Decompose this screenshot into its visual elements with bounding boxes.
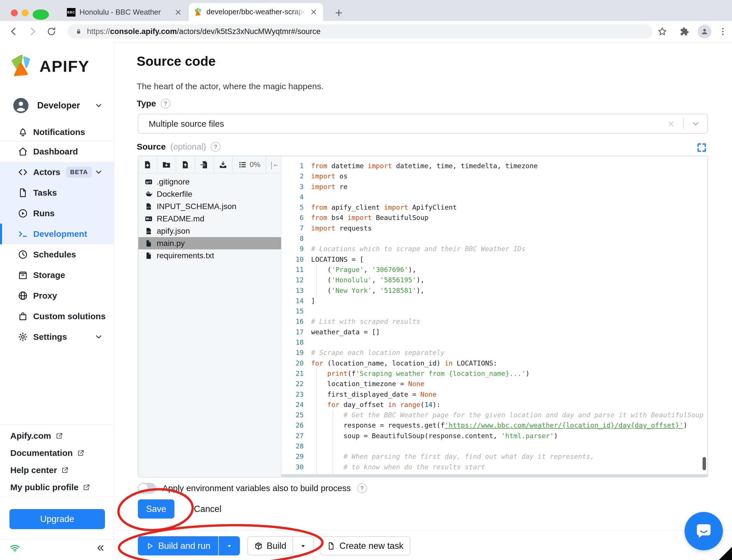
build-button[interactable]: Build xyxy=(247,536,293,555)
code-line-17: 17weather_data = [] xyxy=(281,327,707,337)
avatar xyxy=(13,97,29,114)
sidebar-link-documentation[interactable]: Documentation xyxy=(0,444,114,462)
env-variables-toggle[interactable] xyxy=(138,483,156,494)
sidebar-item-custom-solutions[interactable]: Custom solutions xyxy=(0,306,114,327)
sidebar-item-actors[interactable]: ActorsBETA xyxy=(0,162,114,182)
sidebar-item-settings[interactable]: Settings xyxy=(0,327,114,347)
svg-text:</>: </> xyxy=(147,206,151,208)
save-button[interactable]: Save xyxy=(138,499,175,519)
page-title: Source code xyxy=(137,53,216,69)
type-select[interactable]: Multiple source files xyxy=(138,114,708,134)
codefile-file-icon: </> xyxy=(145,202,153,211)
file-item-input-schema-json[interactable]: </>INPUT_SCHEMA.json xyxy=(138,200,281,213)
toolbar-import-file-button[interactable] xyxy=(195,156,214,173)
file-item-requirements-txt[interactable]: requirements.txt xyxy=(138,249,281,262)
file-file-icon xyxy=(145,252,153,260)
chevron-down-icon xyxy=(94,101,103,110)
upgrade-button[interactable]: Upgrade xyxy=(9,509,105,529)
codefile-file-icon: </> xyxy=(145,227,153,235)
horizontal-scrollbar[interactable] xyxy=(281,474,707,477)
sidebar-links: Apify.comDocumentationHelp centerMy publ… xyxy=(0,425,114,496)
file-item-apify-json[interactable]: </>apify.json xyxy=(138,225,281,237)
code-line-10: 10LOCATIONS = [ xyxy=(281,254,707,265)
sidebar-footer xyxy=(0,539,114,560)
file-file-icon xyxy=(145,239,153,247)
browser-profile-avatar[interactable] xyxy=(698,25,711,38)
code-pane[interactable]: 1from datetime import datetime, time, ti… xyxy=(281,156,707,477)
download-icon xyxy=(219,160,227,169)
chat-widget-button[interactable] xyxy=(685,512,723,550)
build-dropdown[interactable] xyxy=(293,536,314,555)
zoom-level: 0% xyxy=(250,160,261,169)
sidebar-item-storage[interactable]: Storage xyxy=(0,265,114,285)
code-line-30: 30# to know when do the results start xyxy=(281,462,707,472)
lock-icon xyxy=(75,27,82,36)
help-icon[interactable]: ? xyxy=(211,142,221,152)
help-icon[interactable]: ? xyxy=(161,99,170,108)
sidebar-link-apify-com[interactable]: Apify.com xyxy=(0,427,114,444)
sidebar-item-notifications[interactable]: Notifications xyxy=(0,123,114,142)
new-tab-button[interactable] xyxy=(334,8,344,18)
window-close-button[interactable] xyxy=(11,9,18,16)
code-line-20: 20for (location_name, location_id) in LO… xyxy=(281,358,707,368)
external-link-icon xyxy=(55,432,63,440)
sidebar-item-runs[interactable]: Runs xyxy=(0,203,114,224)
sidebar-item-dashboard[interactable]: Dashboard xyxy=(0,141,114,162)
close-tab-icon[interactable] xyxy=(174,8,183,17)
tab-bbc-weather[interactable]: BBC Honolulu - BBC Weather xyxy=(62,3,188,21)
sidebar-item-development[interactable]: Development xyxy=(0,224,114,244)
build-and-run-button[interactable]: Build and run xyxy=(138,536,218,555)
sidebar-link-my-public-profile[interactable]: My public profile xyxy=(0,479,114,496)
forward-button[interactable] xyxy=(27,26,38,37)
clear-icon[interactable] xyxy=(667,120,675,128)
code-line-22: 22location_timezone = None xyxy=(281,379,707,389)
apify-logo[interactable]: APIFY xyxy=(10,54,90,78)
window-zoom-button[interactable] xyxy=(33,9,49,20)
toolbar-new-file-button[interactable] xyxy=(138,156,157,173)
window-minimize-button[interactable] xyxy=(22,9,29,16)
wrap-icon: |← xyxy=(269,160,278,169)
toolbar-line-numbers-button[interactable]: 0% xyxy=(233,156,266,173)
brand-name: APIFY xyxy=(39,57,90,76)
file-item-gitignore[interactable]: git.gitignore xyxy=(138,176,281,188)
tab-apify-console[interactable]: developer/bbc-weather-scrape xyxy=(189,3,323,21)
toolbar-wrap-button[interactable]: |← xyxy=(266,156,281,173)
toolbar-new-folder-button[interactable] xyxy=(157,156,176,173)
collapse-sidebar-icon[interactable] xyxy=(96,543,105,553)
package-icon xyxy=(254,542,263,550)
back-button[interactable] xyxy=(9,26,19,37)
extensions-puzzle-icon[interactable] xyxy=(679,26,690,37)
action-bar: Build and run Build Create new task xyxy=(138,536,410,555)
address-bar[interactable]: https://console.apify.com/actors/dev/k5t… xyxy=(68,24,652,39)
toolbar-download-button[interactable] xyxy=(214,156,233,173)
reload-button[interactable] xyxy=(46,26,57,37)
doc-icon xyxy=(18,188,28,198)
sidebar-item-proxy[interactable]: Proxy xyxy=(0,285,114,306)
line-numbers-icon xyxy=(238,160,247,169)
sidebar-item-schedules[interactable]: Schedules xyxy=(0,244,114,265)
bookmark-star-icon[interactable] xyxy=(657,26,667,37)
globe-icon xyxy=(18,291,28,301)
svg-text:M↓: M↓ xyxy=(146,217,151,221)
file-item-readme-md[interactable]: M↓README.md xyxy=(138,213,281,225)
fullscreen-icon[interactable] xyxy=(696,142,707,153)
file-item-main-py[interactable]: main.py xyxy=(138,237,281,249)
docker-file-icon xyxy=(145,190,153,198)
vertical-scrollbar-thumb[interactable] xyxy=(703,457,706,470)
sidebar-link-help-center[interactable]: Help center xyxy=(0,462,114,479)
svg-text:</>: </> xyxy=(147,230,151,233)
account-switcher[interactable]: Developer xyxy=(0,94,114,117)
help-icon[interactable]: ? xyxy=(357,483,367,493)
code-line-29: 29# When parsing the first day, find out… xyxy=(281,451,707,462)
sidebar-item-tasks[interactable]: Tasks xyxy=(0,182,114,203)
beta-badge: BETA xyxy=(66,167,92,178)
chevron-down-icon[interactable] xyxy=(691,120,700,128)
browser-menu-icon[interactable] xyxy=(718,26,728,37)
close-tab-icon[interactable] xyxy=(310,8,318,16)
toolbar-upload-file-button[interactable] xyxy=(176,156,195,173)
cancel-button[interactable]: Cancel xyxy=(192,499,223,519)
code-line-27: 27soup = BeautifulSoup(response.content,… xyxy=(281,431,707,441)
build-and-run-dropdown[interactable] xyxy=(218,536,240,555)
file-item-dockerfile[interactable]: Dockerfile xyxy=(138,188,281,200)
create-new-task-button[interactable]: Create new task xyxy=(320,536,410,555)
